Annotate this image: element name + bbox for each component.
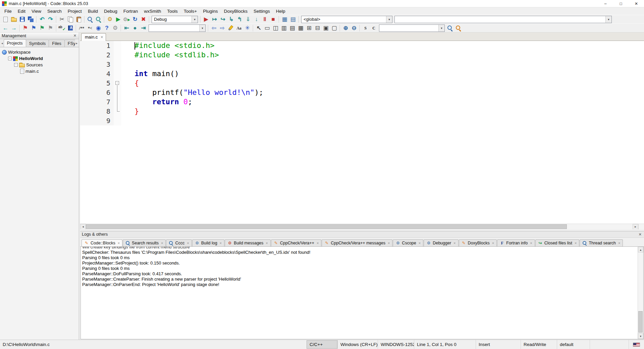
run-button[interactable]: ▶ [114,15,122,23]
tree-item-sources[interactable]: -Sources [0,62,79,68]
log-tab-closed-files-list[interactable]: Closed files list× [535,239,580,246]
incremental-search-combobox[interactable]: ▾ [379,24,445,32]
management-tab-projects[interactable]: Projects [4,39,26,47]
fold-collapse-icon[interactable]: - [115,81,119,85]
undo-button[interactable]: ↶ [38,15,46,23]
chevron-down-icon[interactable]: ▾ [386,16,392,23]
layout-tool-8-button[interactable]: ▢ [330,24,338,32]
close-management-icon[interactable]: ✕ [73,34,77,38]
layout-tool-7-button[interactable]: ▣ [322,24,330,32]
save-button[interactable] [18,15,26,23]
build-button[interactable]: ⚙ [106,15,114,23]
prev-occurrence-button[interactable]: ⇦ [210,24,218,32]
tree-item-main-c[interactable]: main.c [0,68,79,74]
debugging-windows-button[interactable]: ▦ [280,15,289,23]
search-files-button[interactable] [454,24,463,32]
close-tab-icon[interactable]: × [419,241,421,245]
next-instruction-button[interactable]: ⇓ [244,15,252,23]
highlight-occurrences-button[interactable] [226,24,235,32]
menu-edit[interactable]: Edit [15,8,29,14]
tree-expander-icon[interactable]: - [8,57,12,60]
logs-vscrollbar[interactable]: ▴ ▾ [638,247,643,339]
log-tab-build-messages[interactable]: Build messages× [225,239,271,246]
log-tab-cscope[interactable]: Cscope× [393,239,423,246]
close-tab-icon[interactable]: × [388,241,390,245]
code-text[interactable]: printf("Hello world!\n"); [121,88,263,97]
various-info-button[interactable]: ▤ [289,15,297,23]
code-text[interactable]: } [121,107,139,116]
cut-button[interactable]: ✂ [58,15,66,23]
layout-tool-5-button[interactable]: ⊞ [305,24,313,32]
log-tab-cppcheck-vera-messages[interactable]: CppCheck/Vera++ messages× [322,239,392,246]
next-bookmark-button[interactable]: ⚑ [38,24,46,32]
menu-build[interactable]: Build [85,8,101,14]
step-into-instruction-button[interactable]: ↓ [252,15,261,23]
close-tab-icon[interactable]: × [530,241,532,245]
log-tab-thread-search[interactable]: Thread search× [580,239,623,246]
redo-button[interactable]: ↷ [46,15,55,23]
vscroll-track[interactable] [638,252,643,333]
new-file-button[interactable] [1,15,10,23]
editor-tab-main-c[interactable]: main.c × [81,33,106,41]
build-target-combobox[interactable]: Debug▾ [152,16,198,23]
debug-continue-button[interactable]: ▶ [202,15,210,23]
function-combobox[interactable]: ▾ [394,16,612,23]
menu-search[interactable]: Search [44,8,65,14]
zoom-in-button[interactable]: ⊕ [341,24,350,32]
log-tab-debugger[interactable]: Debugger× [424,239,458,246]
code-text[interactable]: #include <stdlib.h> [121,50,219,60]
run-to-cursor-button[interactable]: ↦ [210,15,219,23]
chevron-down-icon[interactable]: ▾ [192,16,198,23]
menu-doxyblocks[interactable]: DoxyBlocks [221,8,251,14]
prev-bookmark-button[interactable]: ⚑ [30,24,38,32]
menu-project[interactable]: Project [65,8,85,14]
step-out-button[interactable]: ↰ [235,15,244,23]
tree-item-helloworld[interactable]: -HelloWorld [0,55,79,62]
log-tab-cppcheck-vera[interactable]: CppCheck/Vera++× [271,239,322,246]
close-tab-icon[interactable]: × [266,241,268,245]
code-text[interactable]: { [121,78,139,88]
code-text[interactable] [121,116,135,125]
clear-bookmarks-button[interactable]: ⚑ [46,24,55,32]
chevron-down-icon[interactable]: ▾ [605,16,611,23]
close-button[interactable]: ✕ [629,0,644,7]
management-tab-symbols[interactable]: Symbols [26,40,49,47]
menu-tools[interactable]: Tools [164,8,181,14]
menu-file[interactable]: File [1,8,15,14]
open-file-button[interactable] [10,15,18,23]
editor-body[interactable]: 1#include <stdio.h>2#include <stdlib.h>3… [80,41,644,224]
close-tab-icon[interactable]: × [618,241,620,245]
close-tab-icon[interactable]: × [575,241,577,245]
menu-wxsmith[interactable]: wxSmith [141,8,164,14]
stop-debugger-button[interactable]: ■ [269,15,277,23]
close-tab-icon[interactable]: × [161,241,163,245]
selection-pointer-button[interactable]: ↖ [255,24,263,32]
log-tab-build-log[interactable]: Build log× [192,239,224,246]
jump-forward-button[interactable]: ⇥ [139,24,148,32]
layout-tool-3-button[interactable]: ▤ [288,24,297,32]
doxy-run-button[interactable]: ◉ [94,24,103,32]
menu-view[interactable]: View [29,8,44,14]
break-debugger-button[interactable]: ‖ [261,15,269,23]
close-logs-icon[interactable]: ✕ [638,232,642,237]
save-all-button[interactable] [26,15,35,23]
menu-debug[interactable]: Debug [101,8,120,14]
code-text[interactable]: #include <stdio.h> [121,41,214,50]
find-button[interactable] [86,15,94,23]
maximize-button[interactable]: □ [613,0,629,7]
language-indicator[interactable]: C/C++ [307,340,337,349]
tabs-scroll-right-icon[interactable]: ▸ [75,42,78,45]
rebuild-button[interactable]: ↻ [131,15,139,23]
log-tab-fortran-info[interactable]: Fortran info× [497,239,535,246]
management-tab-fsym[interactable]: FSym [64,40,75,47]
next-occurrence-button[interactable]: ⇨ [218,24,226,32]
layout-tool-6-button[interactable]: ⊟ [313,24,322,32]
chevron-down-icon[interactable]: ▾ [438,25,444,32]
layout-tool-4-button[interactable]: ▦ [297,24,305,32]
menu-tools[interactable]: Tools+ [181,8,200,14]
tabs-scroll-left-icon[interactable]: ◂ [1,42,4,45]
close-tab-icon[interactable]: × [453,241,455,245]
hscroll-track[interactable] [86,224,633,230]
build-and-run-button[interactable] [122,15,131,23]
log-tab-doxyblocks[interactable]: DoxyBlocks× [459,239,497,246]
